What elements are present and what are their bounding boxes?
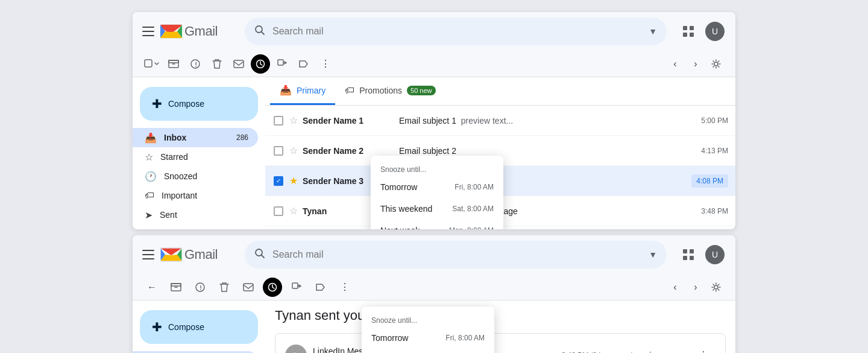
- email-checkbox-4[interactable]: [272, 205, 285, 217]
- compose-label: Compose: [168, 99, 204, 109]
- mark-unread-btn[interactable]: [229, 54, 248, 74]
- compose-button[interactable]: ✚ Compose: [140, 87, 258, 121]
- sidebar-item-important[interactable]: 🏷 Important: [133, 186, 258, 205]
- move-to-btn-2[interactable]: [287, 278, 306, 297]
- star-email-btn[interactable]: ☆: [638, 343, 662, 353]
- snooze-weekend[interactable]: This weekend Sat, 8:00 AM: [371, 198, 503, 220]
- tabs-bar: 📥 Primary 🏷 Promotions 50 new: [265, 77, 735, 106]
- checkbox-1[interactable]: [274, 116, 283, 126]
- next-page-btn-2[interactable]: ›: [686, 278, 705, 297]
- body-1: Email subject 1 preview text...: [399, 116, 701, 126]
- star-3[interactable]: ★: [289, 175, 298, 186]
- sidebar-item-inbox[interactable]: 📥 Inbox 286: [133, 128, 258, 147]
- user-avatar[interactable]: U: [705, 22, 725, 41]
- bottom-layout: ✚ Compose 📥 Inbox 285 ☆ Starred 🕐 Snooze…: [133, 301, 735, 353]
- svg-rect-9: [683, 33, 687, 37]
- snooze-nextweek-time: Mon, 8:00 AM: [449, 226, 494, 229]
- more-email-btn[interactable]: ⋮: [691, 343, 715, 353]
- spam-btn[interactable]: !: [186, 54, 205, 74]
- snooze-tomorrow-2[interactable]: Tomorrow Fri, 8:00 AM: [362, 327, 494, 349]
- header-right: U: [676, 19, 725, 43]
- svg-rect-11: [145, 60, 152, 67]
- snooze-btn-2[interactable]: [263, 278, 282, 297]
- snoozed-icon: 🕐: [145, 171, 157, 182]
- search-bar[interactable]: ▼: [245, 17, 667, 45]
- svg-text:!: !: [200, 284, 202, 291]
- email-checkbox-1[interactable]: [272, 115, 285, 127]
- sidebar-item-starred[interactable]: ☆ Starred: [133, 147, 258, 167]
- meta-4: 3:48 PM: [701, 207, 728, 215]
- svg-text:!: !: [195, 61, 197, 68]
- search-input[interactable]: [272, 26, 644, 37]
- reply-btn[interactable]: ↩: [665, 343, 689, 353]
- search-bar-2[interactable]: ▼: [245, 241, 667, 269]
- sidebar-item-snoozed[interactable]: 🕐 Snoozed: [133, 167, 258, 186]
- email-subject: Tynan sent you a ne...: [265, 301, 735, 328]
- svg-rect-7: [683, 26, 687, 30]
- svg-point-19: [714, 62, 718, 66]
- more-btn[interactable]: ⋮: [316, 54, 335, 74]
- snooze-weekend-time: Sat, 8:00 AM: [452, 205, 494, 213]
- apps-icon[interactable]: [676, 19, 700, 43]
- spam-btn-2[interactable]: !: [190, 278, 210, 297]
- snooze-btn[interactable]: [251, 54, 270, 74]
- email-row[interactable]: ☆ Sender Name 1 Email subject 1 preview …: [265, 106, 735, 136]
- promo-badge: 50 new: [407, 86, 435, 95]
- time-2: 4:13 PM: [701, 147, 728, 155]
- search-input-2[interactable]: [272, 249, 644, 260]
- sender-avatar: L: [285, 345, 307, 353]
- search-icon-2: [254, 248, 265, 261]
- snooze-title: Snooze until...: [371, 161, 503, 176]
- snooze-tomorrow-time: Fri, 8:00 AM: [454, 183, 494, 191]
- snooze-tomorrow-label-2: Tomorrow: [371, 333, 408, 343]
- top-window: Gmail ▼ U !: [133, 12, 735, 229]
- move-to-btn[interactable]: [272, 54, 292, 74]
- email-checkbox-3[interactable]: ✓: [272, 175, 285, 187]
- settings-btn[interactable]: [706, 54, 726, 74]
- snooze-weekend-2[interactable]: This weekend Sat, 8:00 AM: [362, 349, 494, 353]
- tab-primary[interactable]: 📥 Primary: [270, 77, 335, 105]
- archive-btn-2[interactable]: [166, 278, 186, 297]
- search-dropdown-arrow-2[interactable]: ▼: [649, 250, 657, 259]
- prev-page-btn-2[interactable]: ‹: [665, 278, 685, 297]
- labels-btn-2[interactable]: [311, 278, 330, 297]
- sent-label: Sent: [160, 210, 177, 220]
- user-avatar-2[interactable]: U: [705, 245, 725, 264]
- bottom-window: Gmail ▼ U ← !: [133, 235, 735, 353]
- top-layout: ✚ Compose 📥 Inbox 286 ☆ Starred 🕐 Snooze…: [133, 77, 735, 229]
- next-page-btn[interactable]: ›: [686, 54, 705, 74]
- snooze-nextweek[interactable]: Next week Mon, 8:00 AM: [371, 220, 503, 229]
- mark-unread-btn-2[interactable]: [239, 278, 258, 297]
- pagination-nav-2: ‹ ›: [665, 278, 726, 297]
- svg-rect-35: [244, 284, 253, 291]
- checkbox-2[interactable]: [274, 146, 283, 156]
- delete-btn-2[interactable]: [215, 278, 234, 297]
- tab-promotions[interactable]: 🏷 Promotions 50 new: [335, 78, 445, 105]
- star-1[interactable]: ☆: [289, 115, 298, 126]
- labels-btn[interactable]: [294, 54, 313, 74]
- svg-rect-37: [292, 283, 298, 288]
- checkbox-4[interactable]: [274, 206, 283, 216]
- hamburger-icon-2[interactable]: [142, 249, 154, 261]
- settings-btn-2[interactable]: [706, 278, 726, 297]
- apps-icon-2[interactable]: [676, 243, 700, 267]
- checkbox-dropdown-btn[interactable]: [142, 54, 162, 74]
- snooze-tomorrow[interactable]: Tomorrow Fri, 8:00 AM: [371, 176, 503, 198]
- sidebar-item-sent[interactable]: ➤ Sent: [133, 205, 258, 224]
- sent-icon: ➤: [145, 209, 153, 221]
- delete-btn[interactable]: [207, 54, 227, 74]
- svg-rect-28: [690, 249, 694, 253]
- svg-rect-32: [171, 284, 181, 286]
- checkbox-3[interactable]: ✓: [274, 176, 283, 186]
- email-checkbox-2[interactable]: [272, 145, 285, 157]
- compose-button-2[interactable]: ✚ Compose: [140, 310, 258, 344]
- star-4[interactable]: ☆: [289, 205, 298, 217]
- search-dropdown-arrow[interactable]: ▼: [649, 27, 657, 36]
- star-2[interactable]: ☆: [289, 145, 298, 156]
- back-btn[interactable]: ←: [142, 278, 162, 297]
- prev-page-btn[interactable]: ‹: [665, 54, 685, 74]
- archive-btn[interactable]: [164, 54, 183, 74]
- top-header: Gmail ▼ U: [133, 12, 735, 51]
- more-btn-2[interactable]: ⋮: [335, 278, 354, 297]
- hamburger-icon[interactable]: [142, 25, 154, 37]
